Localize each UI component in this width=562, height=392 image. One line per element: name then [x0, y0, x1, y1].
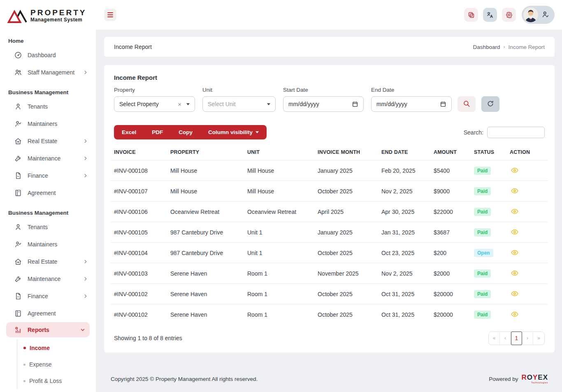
topbar: [96, 0, 562, 30]
col-header-invoice: INVOICE: [111, 145, 167, 160]
view-invoice-button[interactable]: [510, 289, 520, 299]
section-title: Business Management: [0, 206, 96, 218]
copyright-text: Copyright 2025 © Property Management All…: [111, 376, 258, 382]
view-invoice-button[interactable]: [510, 268, 520, 278]
sidebar-item-dashboard[interactable]: Dashboard: [0, 46, 96, 64]
section-title: Home: [0, 34, 96, 46]
settings-button[interactable]: [502, 8, 516, 22]
property-select[interactable]: Select Property ×: [114, 96, 195, 112]
pagination-last-button[interactable]: »: [533, 332, 544, 345]
chevron-right-icon: [83, 138, 88, 144]
eye-icon: [511, 228, 519, 236]
sidebar-item-finance[interactable]: Finance: [0, 167, 96, 184]
settings-gear-icon: [505, 11, 513, 19]
royex-logo: ROYEX Technologies: [521, 374, 548, 384]
eye-icon: [511, 187, 519, 195]
brand-logo[interactable]: PROPERTY Management System: [0, 0, 96, 30]
wrench-icon: [14, 275, 22, 283]
filter-search-button[interactable]: [457, 96, 476, 112]
pagination-next-button[interactable]: ›: [522, 332, 533, 345]
cell-amount: $20000: [430, 284, 471, 304]
col-header-property: PROPERTY: [167, 145, 244, 160]
cell-unit: Room 1: [244, 304, 314, 325]
view-invoice-button[interactable]: [510, 186, 520, 196]
status-badge: Paid: [474, 311, 491, 319]
pagination-prev-button[interactable]: ‹: [500, 332, 511, 345]
start-date-label: Start Date: [283, 87, 364, 93]
menu-toggle-button[interactable]: [104, 9, 116, 21]
unit-label: Unit: [202, 87, 276, 93]
sidebar-item-finance[interactable]: Finance: [0, 288, 96, 305]
cell-invoice: #INV-000104: [111, 243, 167, 263]
cell-invoice-month: November 2025: [314, 263, 378, 284]
sidebar-item-tenants[interactable]: Tenants: [0, 98, 96, 115]
cell-unit: Mill House: [244, 181, 314, 202]
sidebar-item-staff-management[interactable]: Staff Management: [0, 64, 96, 81]
sidebar-item-real-estate[interactable]: Real Estate: [0, 253, 96, 270]
copy-button[interactable]: [464, 8, 478, 22]
table-search-input[interactable]: [487, 127, 545, 138]
clear-selection-icon[interactable]: ×: [178, 101, 181, 108]
view-invoice-button[interactable]: [510, 248, 520, 257]
sidebar-item-maintenance[interactable]: Maintenance: [0, 270, 96, 288]
pdf-export-button[interactable]: PDF: [144, 125, 171, 139]
sidebar-item-reports[interactable]: Reports: [6, 322, 90, 337]
table-row: #INV-000108 Mill House Mill House Januar…: [111, 160, 548, 181]
pagination-page-1-button[interactable]: 1: [511, 332, 522, 345]
sidebar-item-maintainers[interactable]: Maintainers: [0, 115, 96, 132]
col-header-status: STATUS: [471, 145, 506, 160]
sidebar-item-maintainers[interactable]: Maintainers: [0, 236, 96, 253]
start-date-input[interactable]: mm/dd/yyyy: [283, 96, 364, 112]
submenu-item-expense[interactable]: Expense: [17, 356, 96, 373]
language-button[interactable]: [483, 8, 497, 22]
view-invoice-button[interactable]: [510, 227, 520, 237]
cell-unit: Oceanview Retreat: [244, 202, 314, 222]
sidebar-section-business-2: Business Management Tenants Maintainers …: [0, 206, 96, 389]
submenu-item-income[interactable]: Income: [17, 340, 96, 356]
breadcrumb-dashboard-link[interactable]: Dashboard: [473, 44, 500, 50]
user-avatar: [523, 7, 538, 22]
end-date-label: End Date: [371, 87, 452, 93]
filter-reset-button[interactable]: [481, 96, 499, 112]
copy-export-button[interactable]: Copy: [171, 125, 200, 139]
cell-end-date: Jan 31, 2025: [378, 222, 430, 243]
status-badge: Paid: [474, 290, 491, 298]
view-invoice-button[interactable]: [510, 309, 520, 319]
calendar-icon[interactable]: [352, 101, 358, 107]
column-visibility-button[interactable]: Column visibility: [200, 125, 267, 139]
eye-icon: [511, 269, 519, 277]
view-invoice-button[interactable]: [510, 206, 520, 216]
page-title: Income Report: [114, 44, 152, 50]
sidebar-item-label: Agreement: [28, 190, 88, 196]
agreement-icon: [14, 189, 22, 197]
reports-submenu: Income Expense Profit & Loss: [17, 340, 96, 389]
view-invoice-button[interactable]: [510, 165, 520, 175]
profile-menu-button[interactable]: [522, 6, 555, 24]
excel-export-button[interactable]: Excel: [114, 125, 144, 139]
cell-property: Serene Haven: [167, 304, 244, 325]
sidebar-item-agreement[interactable]: Agreement: [0, 184, 96, 202]
status-badge: Paid: [474, 228, 491, 237]
submenu-item-profit-loss[interactable]: Profit & Loss: [17, 373, 96, 389]
status-badge: Open: [474, 249, 493, 257]
sidebar-item-agreement[interactable]: Agreement: [0, 305, 96, 322]
col-header-end-date: END DATE: [378, 145, 430, 160]
sidebar-item-label: Finance: [28, 172, 83, 179]
end-date-input[interactable]: mm/dd/yyyy: [371, 96, 452, 112]
status-badge: Paid: [474, 269, 491, 278]
sidebar-item-maintenance[interactable]: Maintenance: [0, 150, 96, 167]
calendar-icon[interactable]: [440, 101, 446, 107]
pagination-first-button[interactable]: «: [489, 332, 500, 345]
unit-select[interactable]: Select Unit: [202, 96, 276, 112]
sidebar-item-tenants[interactable]: Tenants: [0, 218, 96, 236]
refresh-icon: [487, 100, 494, 109]
status-badge: Paid: [474, 167, 491, 175]
sidebar-item-label: Real Estate: [28, 258, 83, 265]
unit-filter: Unit Select Unit: [202, 87, 276, 112]
sidebar-item-real-estate[interactable]: Real Estate: [0, 132, 96, 150]
end-date-filter: End Date mm/dd/yyyy: [371, 87, 452, 112]
royex-letter: O: [527, 373, 533, 381]
col-header-action: ACTION: [506, 145, 548, 160]
home-icon: [14, 257, 22, 266]
cell-invoice: #INV-000105: [111, 222, 167, 243]
